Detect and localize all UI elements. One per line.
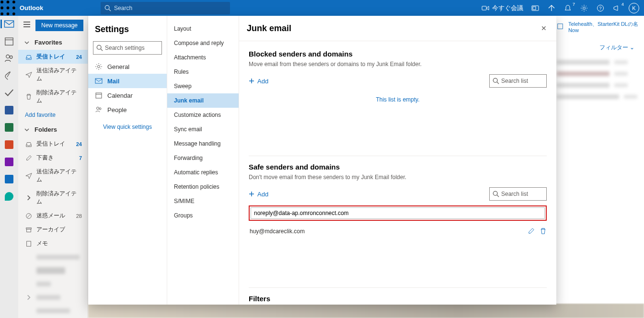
rail-todo-icon[interactable] xyxy=(4,88,14,98)
chevron-right-icon xyxy=(25,194,33,202)
sub-groups[interactable]: Groups xyxy=(167,208,239,223)
task-reminder[interactable]: Telehealth、StarterKit DLの名 Now xyxy=(568,21,638,34)
sub-forwarding[interactable]: Forwarding xyxy=(167,151,239,165)
rail-word-icon[interactable] xyxy=(4,105,14,115)
folder-blurred[interactable] xyxy=(18,250,88,264)
cat-mail[interactable]: Mail xyxy=(88,74,167,88)
folder-drafts[interactable]: 下書き 7 xyxy=(18,151,88,165)
search-placeholder: Search xyxy=(114,5,132,11)
fav-inbox[interactable]: 受信トレイ 24 xyxy=(18,50,88,64)
safe-title: Safe senders and domains xyxy=(249,163,547,171)
rail-files-icon[interactable] xyxy=(4,70,14,81)
sub-auto[interactable]: Automatic replies xyxy=(167,165,239,180)
whatsnew-badge: 4 xyxy=(621,2,624,7)
rail-people-icon[interactable] xyxy=(4,53,14,64)
search-blocked-input[interactable]: Search list xyxy=(489,74,547,88)
view-quick-settings-link[interactable]: View quick settings xyxy=(88,117,167,137)
filter-dropdown[interactable]: フィルター ⌄ xyxy=(599,44,634,52)
sub-sweep[interactable]: Sweep xyxy=(167,79,239,93)
folder-notes[interactable]: メモ xyxy=(18,237,88,250)
cat-calendar[interactable]: Calendar xyxy=(88,88,167,102)
mail-icon xyxy=(95,77,103,85)
folder-junk[interactable]: 迷惑メール 28 xyxy=(18,209,88,223)
sub-smime[interactable]: S/MIME xyxy=(167,194,239,208)
rail-powerpoint-icon[interactable] xyxy=(4,139,14,150)
svg-point-2 xyxy=(12,0,15,3)
new-message-button[interactable]: New message xyxy=(35,20,83,31)
hamburger-icon[interactable] xyxy=(23,21,31,30)
video-icon xyxy=(482,4,489,12)
sub-customize[interactable]: Customize actions xyxy=(167,108,239,122)
fav-deleted[interactable]: 削除済みアイテム xyxy=(18,86,88,108)
help-icon[interactable]: ? xyxy=(596,4,605,12)
settings-search-input[interactable]: Search settings xyxy=(93,41,162,55)
settings-icon[interactable] xyxy=(580,4,588,12)
sub-sync[interactable]: Sync email xyxy=(167,122,239,136)
delete-icon[interactable] xyxy=(540,227,547,235)
rail-excel-icon[interactable] xyxy=(4,122,14,133)
notifications-icon[interactable]: 7 xyxy=(564,4,572,12)
safe-desc: Don't move email from these senders to m… xyxy=(249,174,547,181)
sub-retention[interactable]: Retention policies xyxy=(167,180,239,194)
sub-layout[interactable]: Layout xyxy=(167,22,239,36)
rail-calendar-icon[interactable] xyxy=(4,36,14,46)
svg-line-26 xyxy=(27,214,31,217)
fav-sent[interactable]: 送信済みアイテム xyxy=(18,64,88,86)
sub-handling[interactable]: Message handling xyxy=(167,136,239,151)
folder-blurred[interactable] xyxy=(18,291,88,304)
folder-blurred[interactable] xyxy=(18,304,88,318)
folders-section[interactable]: Folders xyxy=(18,122,88,137)
folder-blurred[interactable] xyxy=(18,264,88,277)
folder-sent[interactable]: 送信済みアイテム xyxy=(18,165,88,187)
app-launcher-icon[interactable] xyxy=(0,0,16,16)
settings-categories: Settings Search settings General Mail Ca… xyxy=(88,16,167,305)
svg-point-3 xyxy=(0,7,3,10)
rail-onenote-icon[interactable] xyxy=(4,157,14,167)
favorites-section[interactable]: Favorites xyxy=(18,35,88,50)
search-input[interactable]: Search xyxy=(101,2,230,14)
folder-archive[interactable]: アーカイブ xyxy=(18,223,88,237)
add-safe-button[interactable]: Add xyxy=(249,191,268,198)
gear-icon xyxy=(95,63,103,70)
chevron-right-icon xyxy=(25,294,33,301)
sub-rules[interactable]: Rules xyxy=(167,65,239,79)
search-safe-input[interactable]: Search list xyxy=(489,187,547,201)
svg-rect-35 xyxy=(96,93,102,98)
svg-point-14 xyxy=(583,7,586,9)
safe-sender-input[interactable] xyxy=(251,207,545,219)
rail-yammer-icon[interactable] xyxy=(4,174,14,184)
add-blocked-button[interactable]: Add xyxy=(249,78,268,85)
svg-point-41 xyxy=(493,78,497,82)
whatsnew-icon[interactable]: 4 xyxy=(612,4,621,12)
close-icon[interactable]: ✕ xyxy=(539,23,549,34)
svg-point-1 xyxy=(7,0,10,3)
sub-compose[interactable]: Compose and reply xyxy=(167,36,239,50)
svg-point-37 xyxy=(97,107,99,110)
draft-icon xyxy=(25,154,33,162)
folder-deleted[interactable]: 削除済みアイテム xyxy=(18,187,88,209)
svg-rect-34 xyxy=(95,79,102,83)
outbox-icon[interactable] xyxy=(547,4,556,12)
edit-icon[interactable] xyxy=(528,227,535,235)
cat-people[interactable]: People xyxy=(88,102,167,117)
settings-content: Junk email ✕ Blocked senders and domains… xyxy=(239,16,556,305)
meet-now-button[interactable]: 今すぐ会議 xyxy=(482,4,523,12)
add-favorite-link[interactable]: Add favorite xyxy=(18,108,88,122)
rail-mail-icon[interactable] xyxy=(4,19,14,29)
svg-point-38 xyxy=(99,108,101,110)
svg-rect-29 xyxy=(27,241,31,246)
chevron-down-icon xyxy=(24,127,30,133)
people-icon xyxy=(95,106,103,114)
sub-junk[interactable]: Junk email xyxy=(167,93,239,108)
sub-attachments[interactable]: Attachments xyxy=(167,50,239,65)
junk-icon xyxy=(25,212,33,220)
cat-general[interactable]: General xyxy=(88,59,167,74)
folder-inbox[interactable]: 受信トレイ 24 xyxy=(18,137,88,151)
svg-point-20 xyxy=(6,55,10,58)
rail-bookings-icon[interactable] xyxy=(4,191,14,202)
profile-avatar[interactable]: K xyxy=(629,3,639,13)
svg-point-45 xyxy=(493,191,497,195)
folder-blurred[interactable] xyxy=(18,277,88,291)
plus-icon xyxy=(249,191,254,197)
teams-icon[interactable] xyxy=(531,4,540,12)
